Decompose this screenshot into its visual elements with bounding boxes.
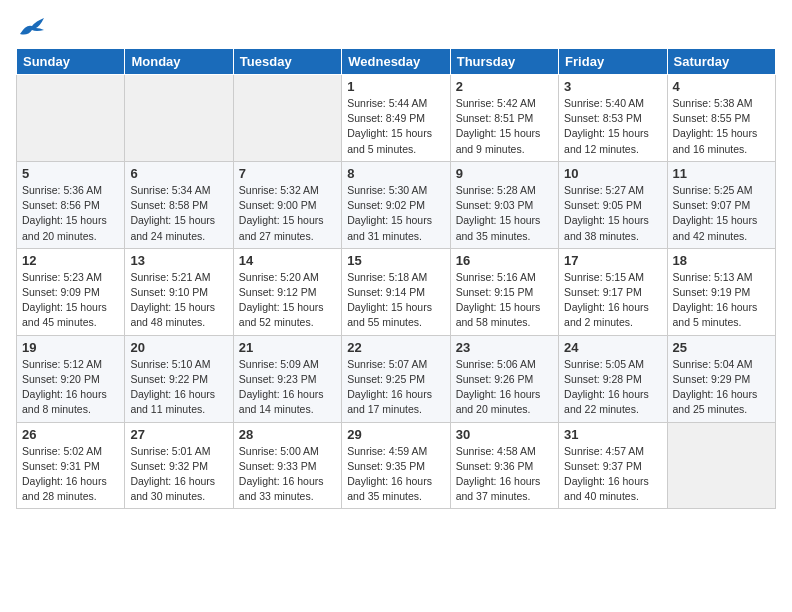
calendar-day-cell: 1Sunrise: 5:44 AM Sunset: 8:49 PM Daylig…	[342, 75, 450, 162]
calendar-week-row: 5Sunrise: 5:36 AM Sunset: 8:56 PM Daylig…	[17, 161, 776, 248]
day-info: Sunrise: 5:25 AM Sunset: 9:07 PM Dayligh…	[673, 183, 770, 244]
weekday-header-cell: Monday	[125, 49, 233, 75]
calendar-day-cell: 5Sunrise: 5:36 AM Sunset: 8:56 PM Daylig…	[17, 161, 125, 248]
day-number: 16	[456, 253, 553, 268]
logo-bird-icon	[18, 16, 46, 38]
day-info: Sunrise: 5:07 AM Sunset: 9:25 PM Dayligh…	[347, 357, 444, 418]
day-number: 1	[347, 79, 444, 94]
calendar-week-row: 26Sunrise: 5:02 AM Sunset: 9:31 PM Dayli…	[17, 422, 776, 509]
calendar-day-cell: 6Sunrise: 5:34 AM Sunset: 8:58 PM Daylig…	[125, 161, 233, 248]
calendar-day-cell: 7Sunrise: 5:32 AM Sunset: 9:00 PM Daylig…	[233, 161, 341, 248]
day-info: Sunrise: 5:21 AM Sunset: 9:10 PM Dayligh…	[130, 270, 227, 331]
day-number: 31	[564, 427, 661, 442]
calendar-day-cell: 4Sunrise: 5:38 AM Sunset: 8:55 PM Daylig…	[667, 75, 775, 162]
day-info: Sunrise: 5:00 AM Sunset: 9:33 PM Dayligh…	[239, 444, 336, 505]
day-number: 3	[564, 79, 661, 94]
calendar-day-cell: 20Sunrise: 5:10 AM Sunset: 9:22 PM Dayli…	[125, 335, 233, 422]
day-info: Sunrise: 5:32 AM Sunset: 9:00 PM Dayligh…	[239, 183, 336, 244]
day-info: Sunrise: 5:44 AM Sunset: 8:49 PM Dayligh…	[347, 96, 444, 157]
day-info: Sunrise: 5:06 AM Sunset: 9:26 PM Dayligh…	[456, 357, 553, 418]
calendar-day-cell: 26Sunrise: 5:02 AM Sunset: 9:31 PM Dayli…	[17, 422, 125, 509]
day-info: Sunrise: 5:20 AM Sunset: 9:12 PM Dayligh…	[239, 270, 336, 331]
day-number: 7	[239, 166, 336, 181]
calendar-body: 1Sunrise: 5:44 AM Sunset: 8:49 PM Daylig…	[17, 75, 776, 509]
day-number: 8	[347, 166, 444, 181]
calendar-day-cell	[667, 422, 775, 509]
calendar-day-cell: 31Sunrise: 4:57 AM Sunset: 9:37 PM Dayli…	[559, 422, 667, 509]
day-info: Sunrise: 5:05 AM Sunset: 9:28 PM Dayligh…	[564, 357, 661, 418]
day-number: 14	[239, 253, 336, 268]
calendar-day-cell: 17Sunrise: 5:15 AM Sunset: 9:17 PM Dayli…	[559, 248, 667, 335]
day-info: Sunrise: 5:36 AM Sunset: 8:56 PM Dayligh…	[22, 183, 119, 244]
day-number: 30	[456, 427, 553, 442]
day-info: Sunrise: 5:38 AM Sunset: 8:55 PM Dayligh…	[673, 96, 770, 157]
day-info: Sunrise: 5:09 AM Sunset: 9:23 PM Dayligh…	[239, 357, 336, 418]
calendar-day-cell: 9Sunrise: 5:28 AM Sunset: 9:03 PM Daylig…	[450, 161, 558, 248]
day-number: 20	[130, 340, 227, 355]
day-info: Sunrise: 5:42 AM Sunset: 8:51 PM Dayligh…	[456, 96, 553, 157]
day-info: Sunrise: 5:18 AM Sunset: 9:14 PM Dayligh…	[347, 270, 444, 331]
calendar-day-cell: 3Sunrise: 5:40 AM Sunset: 8:53 PM Daylig…	[559, 75, 667, 162]
calendar-table: SundayMondayTuesdayWednesdayThursdayFrid…	[16, 48, 776, 509]
calendar-day-cell: 25Sunrise: 5:04 AM Sunset: 9:29 PM Dayli…	[667, 335, 775, 422]
day-number: 26	[22, 427, 119, 442]
calendar-day-cell: 12Sunrise: 5:23 AM Sunset: 9:09 PM Dayli…	[17, 248, 125, 335]
day-info: Sunrise: 5:23 AM Sunset: 9:09 PM Dayligh…	[22, 270, 119, 331]
calendar-day-cell	[17, 75, 125, 162]
day-number: 10	[564, 166, 661, 181]
calendar-week-row: 19Sunrise: 5:12 AM Sunset: 9:20 PM Dayli…	[17, 335, 776, 422]
day-info: Sunrise: 4:59 AM Sunset: 9:35 PM Dayligh…	[347, 444, 444, 505]
calendar-day-cell: 13Sunrise: 5:21 AM Sunset: 9:10 PM Dayli…	[125, 248, 233, 335]
day-number: 18	[673, 253, 770, 268]
calendar-day-cell: 27Sunrise: 5:01 AM Sunset: 9:32 PM Dayli…	[125, 422, 233, 509]
weekday-header-cell: Thursday	[450, 49, 558, 75]
day-info: Sunrise: 5:27 AM Sunset: 9:05 PM Dayligh…	[564, 183, 661, 244]
day-info: Sunrise: 4:58 AM Sunset: 9:36 PM Dayligh…	[456, 444, 553, 505]
calendar-day-cell: 21Sunrise: 5:09 AM Sunset: 9:23 PM Dayli…	[233, 335, 341, 422]
calendar-day-cell: 8Sunrise: 5:30 AM Sunset: 9:02 PM Daylig…	[342, 161, 450, 248]
day-number: 24	[564, 340, 661, 355]
day-info: Sunrise: 5:30 AM Sunset: 9:02 PM Dayligh…	[347, 183, 444, 244]
day-number: 29	[347, 427, 444, 442]
weekday-header-cell: Wednesday	[342, 49, 450, 75]
day-info: Sunrise: 5:34 AM Sunset: 8:58 PM Dayligh…	[130, 183, 227, 244]
day-number: 6	[130, 166, 227, 181]
calendar-week-row: 12Sunrise: 5:23 AM Sunset: 9:09 PM Dayli…	[17, 248, 776, 335]
calendar-day-cell: 14Sunrise: 5:20 AM Sunset: 9:12 PM Dayli…	[233, 248, 341, 335]
day-info: Sunrise: 5:01 AM Sunset: 9:32 PM Dayligh…	[130, 444, 227, 505]
day-info: Sunrise: 5:02 AM Sunset: 9:31 PM Dayligh…	[22, 444, 119, 505]
calendar-day-cell: 22Sunrise: 5:07 AM Sunset: 9:25 PM Dayli…	[342, 335, 450, 422]
calendar-day-cell: 18Sunrise: 5:13 AM Sunset: 9:19 PM Dayli…	[667, 248, 775, 335]
calendar-day-cell: 29Sunrise: 4:59 AM Sunset: 9:35 PM Dayli…	[342, 422, 450, 509]
calendar-day-cell: 19Sunrise: 5:12 AM Sunset: 9:20 PM Dayli…	[17, 335, 125, 422]
weekday-header-cell: Saturday	[667, 49, 775, 75]
day-number: 5	[22, 166, 119, 181]
day-number: 25	[673, 340, 770, 355]
day-number: 22	[347, 340, 444, 355]
day-info: Sunrise: 5:04 AM Sunset: 9:29 PM Dayligh…	[673, 357, 770, 418]
logo	[16, 16, 46, 38]
calendar-day-cell: 28Sunrise: 5:00 AM Sunset: 9:33 PM Dayli…	[233, 422, 341, 509]
calendar-day-cell: 16Sunrise: 5:16 AM Sunset: 9:15 PM Dayli…	[450, 248, 558, 335]
day-number: 28	[239, 427, 336, 442]
day-number: 12	[22, 253, 119, 268]
calendar-day-cell: 2Sunrise: 5:42 AM Sunset: 8:51 PM Daylig…	[450, 75, 558, 162]
day-number: 11	[673, 166, 770, 181]
day-number: 21	[239, 340, 336, 355]
day-info: Sunrise: 5:10 AM Sunset: 9:22 PM Dayligh…	[130, 357, 227, 418]
calendar-day-cell	[125, 75, 233, 162]
calendar-week-row: 1Sunrise: 5:44 AM Sunset: 8:49 PM Daylig…	[17, 75, 776, 162]
day-number: 23	[456, 340, 553, 355]
day-info: Sunrise: 5:28 AM Sunset: 9:03 PM Dayligh…	[456, 183, 553, 244]
day-number: 13	[130, 253, 227, 268]
day-info: Sunrise: 4:57 AM Sunset: 9:37 PM Dayligh…	[564, 444, 661, 505]
weekday-header-cell: Tuesday	[233, 49, 341, 75]
day-number: 27	[130, 427, 227, 442]
day-info: Sunrise: 5:12 AM Sunset: 9:20 PM Dayligh…	[22, 357, 119, 418]
weekday-header-cell: Sunday	[17, 49, 125, 75]
page-header	[16, 16, 776, 38]
weekday-header-cell: Friday	[559, 49, 667, 75]
calendar-day-cell: 24Sunrise: 5:05 AM Sunset: 9:28 PM Dayli…	[559, 335, 667, 422]
day-info: Sunrise: 5:15 AM Sunset: 9:17 PM Dayligh…	[564, 270, 661, 331]
calendar-day-cell: 10Sunrise: 5:27 AM Sunset: 9:05 PM Dayli…	[559, 161, 667, 248]
